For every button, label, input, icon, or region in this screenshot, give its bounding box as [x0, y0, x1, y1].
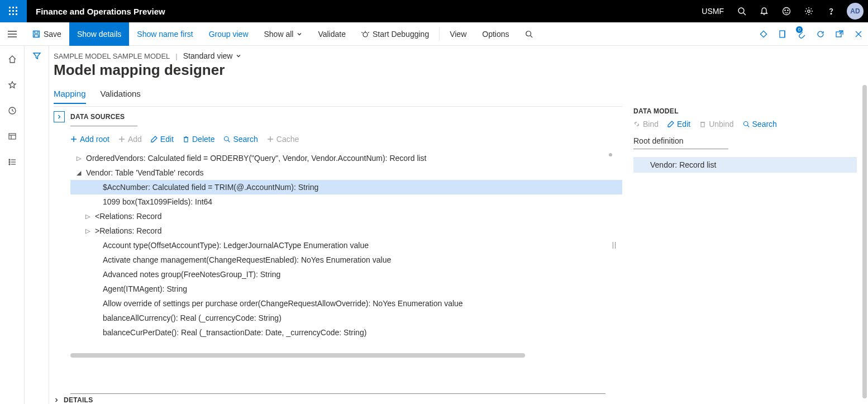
svg-rect-8	[16, 13, 17, 15]
svg-rect-21	[35, 31, 38, 33]
datamodel-heading: DATA MODEL	[633, 107, 857, 115]
edit-button[interactable]: Edit	[151, 135, 174, 144]
show-details-button[interactable]: Show details	[69, 22, 129, 46]
tree-toggle[interactable]: ▷	[84, 213, 92, 220]
tree-row[interactable]: ◢Vendor: Table 'VendTable' records	[70, 165, 622, 180]
svg-point-40	[9, 159, 10, 160]
star-icon[interactable]	[0, 77, 25, 93]
tree-row[interactable]: Account type(OffsetAccountType): LedgerJ…	[70, 238, 622, 253]
clock-icon[interactable]	[0, 103, 25, 118]
save-button[interactable]: Save	[25, 22, 69, 46]
vertical-scrollbar[interactable]	[862, 85, 867, 398]
svg-rect-7	[12, 13, 14, 15]
hamburger-icon[interactable]	[0, 22, 25, 46]
options-button[interactable]: Options	[474, 22, 517, 46]
svg-point-53	[225, 137, 229, 141]
svg-point-13	[785, 10, 785, 11]
tree-row[interactable]: $AccNumber: Calculated field = TRIM(@.Ac…	[70, 180, 622, 194]
tree-label: <Relations: Record	[95, 212, 161, 221]
svg-point-15	[808, 10, 810, 12]
tree-row[interactable]: ▷OrderedVendors: Calculated field = ORDE…	[70, 151, 622, 165]
svg-line-28	[530, 35, 532, 37]
tree-toggle[interactable]: ▷	[84, 227, 92, 235]
tree-toggle[interactable]: ▷	[75, 155, 83, 162]
filter-icon[interactable]	[32, 51, 41, 404]
tree-row[interactable]: Allow override of settings per purchase …	[70, 296, 622, 311]
svg-rect-32	[836, 32, 841, 37]
horizontal-scrollbar[interactable]	[70, 353, 525, 358]
tree-label: balanceAllCurrency(): Real (_currencyCod…	[103, 313, 282, 322]
tree-toggle[interactable]: ◢	[75, 169, 83, 177]
tree-indicator-dot	[609, 153, 612, 156]
tree-row[interactable]: Activate change management(ChangeRequest…	[70, 253, 622, 267]
refresh-icon[interactable]	[811, 22, 830, 46]
workspace-icon[interactable]	[0, 129, 25, 144]
svg-point-12	[783, 8, 790, 15]
svg-line-10	[743, 13, 746, 15]
tree-label: Activate change management(ChangeRequest…	[103, 255, 391, 264]
breadcrumb: SAMPLE MODEL SAMPLE MODEL	[54, 52, 170, 60]
help-icon[interactable]	[820, 0, 842, 22]
tree-row[interactable]: Advanced notes group(FreeNotesGroup_IT):…	[70, 267, 622, 282]
delete-button[interactable]: Delete	[183, 135, 214, 144]
app-title: Finance and Operations Preview	[27, 7, 174, 16]
show-name-first-button[interactable]: Show name first	[129, 22, 201, 46]
search-icon[interactable]	[731, 0, 753, 22]
tab-validations[interactable]: Validations	[101, 87, 141, 104]
tree-row[interactable]: balanceCurPerDate(): Real (_transactionD…	[70, 325, 622, 340]
details-toggle[interactable]: DETAILS	[54, 396, 622, 404]
datasources-tree[interactable]: ▷OrderedVendors: Calculated field = ORDE…	[54, 149, 622, 340]
tree-label: Agent(ITMAgent): String	[103, 284, 187, 293]
tree-row[interactable]: balanceAllCurrency(): Real (_currencyCod…	[70, 311, 622, 325]
tree-row[interactable]: ▷>Relations: Record	[70, 224, 622, 238]
tab-mapping[interactable]: Mapping	[54, 87, 86, 104]
unbind-button: Unbind	[699, 120, 733, 129]
svg-rect-6	[9, 13, 11, 15]
svg-rect-22	[35, 35, 39, 37]
popout-icon[interactable]	[830, 22, 849, 46]
splitter-handle[interactable]: ||	[612, 241, 617, 249]
app-launcher[interactable]	[0, 0, 27, 22]
validate-button[interactable]: Validate	[310, 22, 354, 46]
view-button[interactable]: View	[442, 22, 474, 46]
avatar[interactable]: AD	[847, 3, 864, 20]
datasources-heading: DATA SOURCES	[70, 113, 125, 121]
smiley-icon[interactable]	[775, 0, 798, 22]
tree-label: Allow override of settings per purchase …	[103, 299, 463, 308]
svg-point-14	[788, 10, 788, 11]
home-icon[interactable]	[0, 51, 25, 67]
start-debugging-button[interactable]: Start Debugging	[354, 22, 437, 46]
tree-label: Advanced notes group(FreeNotesGroup_IT):…	[103, 270, 280, 279]
add-button: Add	[118, 135, 142, 144]
tree-row[interactable]: ▷<Relations: Record	[70, 209, 622, 224]
notebook-icon[interactable]	[773, 22, 792, 46]
svg-rect-5	[16, 10, 17, 12]
commandbar-search-icon[interactable]	[517, 22, 541, 46]
group-view-button[interactable]: Group view	[201, 22, 256, 46]
svg-rect-30	[780, 31, 785, 37]
tree-row[interactable]: 1099 box(Tax1099Fields): Int64	[70, 194, 622, 209]
tree-label: balanceCurPerDate(): Real (_transactionD…	[103, 328, 366, 337]
bell-icon[interactable]	[753, 0, 775, 22]
expand-panel-button[interactable]	[54, 111, 65, 122]
list-icon[interactable]	[0, 154, 25, 170]
svg-rect-1	[12, 7, 14, 8]
dm-edit-button[interactable]: Edit	[667, 120, 690, 129]
show-all-dropdown[interactable]: Show all	[256, 22, 311, 46]
dm-search-button[interactable]: Search	[743, 120, 777, 129]
close-icon[interactable]	[849, 22, 868, 46]
attachment-icon[interactable]: 0	[792, 22, 811, 46]
tree-label: Vendor: Table 'VendTable' records	[86, 168, 204, 177]
svg-point-44	[9, 164, 10, 165]
view-selector[interactable]: Standard view	[183, 51, 242, 60]
svg-rect-50	[184, 137, 188, 142]
gear-icon[interactable]	[798, 0, 820, 22]
add-root-button[interactable]: Add root	[70, 135, 109, 144]
attachment-badge: 0	[795, 26, 803, 34]
page-title: Model mapping designer	[54, 61, 857, 79]
search-button[interactable]: Search	[223, 135, 257, 144]
tree-row[interactable]: Agent(ITMAgent): String	[70, 282, 622, 296]
company-label[interactable]: USMF	[695, 7, 731, 16]
datamodel-row[interactable]: Vendor: Record list	[633, 157, 857, 173]
diamond-icon[interactable]	[754, 22, 773, 46]
